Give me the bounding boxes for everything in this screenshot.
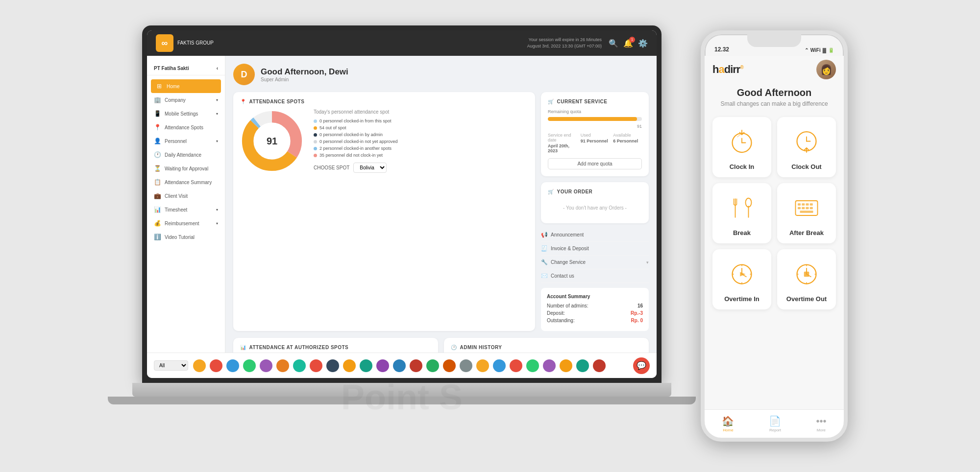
sidebar-item-company[interactable]: 🏢 Company ▾ bbox=[147, 93, 225, 107]
overtime-in-tile[interactable]: Overtime In bbox=[712, 249, 771, 309]
avatar[interactable] bbox=[592, 358, 607, 373]
clock-in-label: Clock In bbox=[730, 163, 755, 170]
phone-nav-report[interactable]: 📄 Report bbox=[769, 415, 781, 432]
avatar[interactable] bbox=[509, 358, 523, 373]
sidebar-item-attendance-spots[interactable]: 📍 Attendance Spots bbox=[147, 120, 225, 134]
svg-rect-23 bbox=[802, 207, 805, 210]
after-break-label: After Break bbox=[789, 229, 824, 236]
phone-time: 12.32 bbox=[714, 46, 729, 53]
phone-nav-more[interactable]: ••• More bbox=[816, 416, 826, 432]
order-empty: - You don't have any Orders - bbox=[548, 199, 642, 216]
bottom-cards-row: 📊 ATTENDANCE AT AUTHORIZED SPOTS Personn… bbox=[233, 338, 649, 353]
sidebar-item-home[interactable]: ⊞ Home bbox=[151, 79, 221, 93]
search-icon[interactable]: 🔍 bbox=[609, 39, 618, 48]
avatar[interactable] bbox=[542, 358, 557, 373]
wrench-icon: 🔧 bbox=[541, 259, 548, 265]
greeting-heading: Good Afternoon, Dewi bbox=[261, 67, 348, 77]
invoice-link[interactable]: 🧾 Invoice & Deposit bbox=[541, 242, 649, 256]
clock-in-tile[interactable]: Clock In bbox=[712, 117, 771, 177]
laptop-screen: ∞ FAKTIS GROUP Your session will expire … bbox=[142, 25, 662, 383]
legend-item: 35 personnel did not clock-in yet bbox=[314, 153, 398, 158]
avatar[interactable] bbox=[575, 358, 590, 373]
avatar[interactable] bbox=[525, 358, 540, 373]
hourglass-icon: ⏳ bbox=[154, 165, 161, 172]
change-service-link[interactable]: 🔧 Change Service ▾ bbox=[541, 256, 649, 269]
service-available-col: Available 6 Personnel bbox=[613, 133, 642, 153]
break-tile[interactable]: Break bbox=[712, 183, 771, 243]
avatar[interactable] bbox=[242, 358, 257, 373]
sidebar-item-timesheet[interactable]: 📊 Timesheet ▾ bbox=[147, 203, 225, 216]
avatar[interactable] bbox=[459, 358, 473, 373]
sidebar-item-personnel[interactable]: 👤 Personnel ▾ bbox=[147, 134, 225, 148]
signal-icon: ▓ bbox=[823, 47, 826, 53]
user-role: Super Admin bbox=[261, 77, 348, 82]
overtime-out-tile[interactable]: Overtime Out bbox=[777, 249, 836, 309]
today-spot-label: Today's personnel attendance spot bbox=[314, 109, 398, 115]
avatar[interactable] bbox=[209, 358, 223, 373]
avatar[interactable] bbox=[475, 358, 490, 373]
spot-dropdown[interactable]: Bolivia bbox=[353, 163, 387, 173]
phone-nav-home[interactable]: 🏠 Home bbox=[722, 415, 734, 432]
avatar[interactable] bbox=[325, 358, 340, 373]
chevron-down-icon: ▾ bbox=[216, 221, 218, 226]
chat-fab-button[interactable]: 💬 bbox=[633, 357, 650, 374]
clock-out-tile[interactable]: Clock Out bbox=[777, 117, 836, 177]
avatar[interactable] bbox=[292, 358, 307, 373]
quota-fill bbox=[548, 117, 637, 121]
topbar: ∞ FAKTIS GROUP Your session will expire … bbox=[147, 30, 657, 56]
overtime-in-icon bbox=[727, 259, 757, 289]
main-cards-row: 📍 ATTENDANCE SPOTS bbox=[233, 92, 649, 331]
map-pin-icon: 📍 bbox=[154, 124, 161, 131]
legend-item: 2 personnel clocked-in another spots bbox=[314, 146, 398, 151]
avatar[interactable] bbox=[492, 358, 507, 373]
avatar[interactable] bbox=[425, 358, 440, 373]
attendance-spots-title: 📍 ATTENDANCE SPOTS bbox=[240, 99, 528, 104]
sidebar-item-waiting-approval[interactable]: ⏳ Waiting for Approval bbox=[147, 162, 225, 175]
avatar[interactable] bbox=[375, 358, 390, 373]
settings-icon[interactable]: ⚙️ bbox=[638, 39, 648, 48]
filter-select[interactable]: All bbox=[154, 360, 188, 371]
avatar[interactable] bbox=[559, 358, 573, 373]
svg-rect-20 bbox=[806, 203, 809, 206]
avatar[interactable] bbox=[192, 358, 207, 373]
quota-label: Remaining quota bbox=[548, 109, 642, 114]
svg-rect-25 bbox=[810, 207, 813, 210]
sidebar-item-attendance-summary[interactable]: 📋 Attendance Summary bbox=[147, 175, 225, 189]
sidebar-item-daily-attendance[interactable]: 🕐 Daily Attendance bbox=[147, 148, 225, 162]
avatar[interactable] bbox=[275, 358, 290, 373]
add-quota-button[interactable]: Add more quota bbox=[548, 158, 642, 169]
user-avatar-phone[interactable]: 👩 bbox=[816, 60, 836, 79]
donut-center-value: 91 bbox=[267, 136, 277, 147]
avatar[interactable] bbox=[409, 358, 423, 373]
sidebar-item-client-visit[interactable]: 💼 Client Visit bbox=[147, 189, 225, 203]
sidebar-item-video-tutorial[interactable]: ℹ️ Video Tutorial bbox=[147, 230, 225, 244]
announcement-link[interactable]: 📢 Announcement bbox=[541, 228, 649, 242]
company-icon: 🏢 bbox=[154, 96, 161, 103]
contact-link[interactable]: ✉️ Contact us bbox=[541, 269, 649, 283]
notification-icon[interactable]: 🔔1 bbox=[623, 39, 633, 48]
sidebar-item-reimbursement[interactable]: 💰 Reimbursement ▾ bbox=[147, 216, 225, 230]
logo-icon: ∞ bbox=[156, 34, 173, 52]
avatar[interactable] bbox=[359, 358, 373, 373]
svg-rect-18 bbox=[798, 203, 801, 206]
donut-row: 91 Today's personnel attendance spot 0 p… bbox=[240, 109, 528, 173]
session-info: Your session will expire in 26 Minutes A… bbox=[527, 37, 602, 49]
avatar-strip bbox=[192, 358, 629, 373]
more-nav-icon: ••• bbox=[816, 416, 826, 427]
spot-select-row: CHOOSE SPOT Bolivia bbox=[314, 163, 398, 173]
avatar[interactable] bbox=[392, 358, 407, 373]
chart-title: 📊 ATTENDANCE AT AUTHORIZED SPOTS bbox=[240, 345, 431, 350]
avatar[interactable] bbox=[259, 358, 273, 373]
welcome-row: D Good Afternoon, Dewi Super Admin bbox=[233, 64, 649, 85]
after-break-tile[interactable]: After Break bbox=[777, 183, 836, 243]
phone-header: hadirr® 👩 bbox=[712, 56, 836, 79]
avatar[interactable] bbox=[442, 358, 457, 373]
overtime-out-label: Overtime Out bbox=[786, 295, 827, 303]
avatar[interactable] bbox=[342, 358, 357, 373]
sidebar-item-mobile-settings[interactable]: 📱 Mobile Settings ▾ bbox=[147, 107, 225, 120]
avatar[interactable] bbox=[225, 358, 240, 373]
chevron-down-icon: ▾ bbox=[216, 208, 218, 212]
your-order-title: 🛒 YOUR ORDER bbox=[548, 189, 642, 194]
avatar[interactable] bbox=[309, 358, 323, 373]
account-summary-title: Account Summary bbox=[547, 294, 643, 299]
